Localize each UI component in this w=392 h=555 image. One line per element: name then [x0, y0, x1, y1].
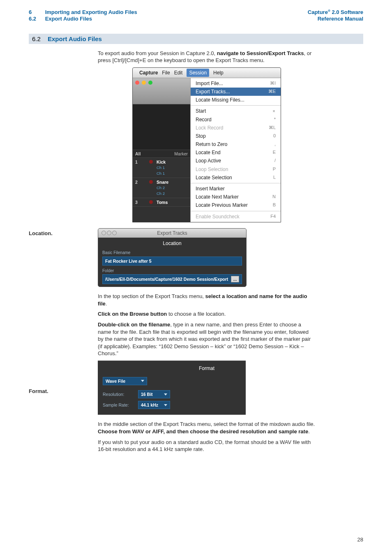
menu-export-tracks[interactable]: Export Tracks...⌘E	[191, 88, 281, 96]
menu-start[interactable]: Start⌅	[191, 107, 281, 115]
section-bar-title: Export Audio Files	[48, 35, 102, 42]
loc-p1-post: .	[106, 301, 107, 307]
figure-format-panel: Format Wave File Resolution: 16 Bit Samp…	[98, 361, 246, 415]
product-suffix: 2.0 Software	[330, 9, 363, 15]
file-menu[interactable]: File	[162, 69, 170, 76]
loc-p2-bold: Click on the Browse button	[98, 311, 167, 317]
edit-menu[interactable]: Edit	[174, 69, 183, 76]
loc-p1-pre: In the top section of the Export Tracks …	[98, 293, 205, 299]
track-name: Toms	[157, 199, 168, 205]
basic-filename-value: Fat Rocker Live after 5	[105, 258, 152, 264]
track-sidebar: All Marker 1 Kick Ch 1	[133, 78, 190, 222]
menu-locate-end[interactable]: Locate EndE	[191, 148, 281, 157]
minimize-icon[interactable]	[142, 81, 146, 85]
track-all[interactable]: All	[135, 151, 149, 157]
menu-lock-record: Lock Record⌘L	[191, 124, 281, 132]
folder-field[interactable]: /Users/Ell-D/Documents/Capture/1602 Demo…	[102, 274, 242, 284]
menu-return-zero[interactable]: Return to Zero,	[191, 140, 281, 148]
track-name: Snare	[157, 180, 168, 185]
session-dropdown: Import File...⌘I Export Tracks...⌘E Loca…	[190, 78, 281, 222]
header-right: Capture® 2.0 Software Reference Manual	[308, 9, 363, 22]
intro-pre: To export audio from your Session in Cap…	[98, 50, 217, 56]
menu-soundcheck: Enable SoundcheckF4	[191, 213, 281, 221]
window-controls[interactable]	[101, 230, 118, 237]
figure-session-menu: Capture File Edit Session Help	[132, 67, 281, 222]
section-bar: 6.2 Export Audio Files	[29, 34, 363, 44]
format-section-title: Format	[98, 364, 246, 376]
window-controls[interactable]	[133, 78, 190, 104]
product-name: Capture	[308, 9, 328, 15]
track-ch: Ch 2	[157, 191, 168, 197]
location-section-title: Location	[98, 238, 246, 250]
figure-location-panel: Export Tracks Location Basic Filename Fa…	[98, 228, 247, 287]
intro-paragraph: To export audio from your Session in Cap…	[98, 50, 316, 64]
menu-prev-marker[interactable]: Locate Previous MarkerB	[191, 201, 281, 209]
app-menu[interactable]: Capture	[139, 69, 158, 76]
location-heading: Location.	[29, 230, 95, 236]
record-icon[interactable]	[149, 200, 153, 204]
dialog-title-bar: Export Tracks	[98, 229, 246, 238]
chapter-number: 6	[29, 9, 44, 16]
location-p3: Double-click on the filename, type in a …	[98, 321, 316, 357]
browse-button[interactable]: ...	[231, 276, 239, 282]
samplerate-select[interactable]: 44.1 kHz	[138, 401, 170, 409]
page-number: 28	[357, 536, 363, 543]
resolution-label: Resolution:	[103, 391, 135, 397]
menu-insert-marker[interactable]: Insert Marker	[191, 185, 281, 193]
marker-label: Marker	[174, 151, 188, 157]
resolution-select[interactable]: 16 Bit	[138, 390, 170, 398]
track-num: 3	[135, 199, 149, 205]
chevron-down-icon	[141, 380, 144, 382]
format-p1: In the middle section of the Export Trac…	[98, 421, 316, 435]
filetype-value: Wave File	[106, 378, 125, 384]
fmt-p1-bold: Choose from WAV or AIFF, and then choose…	[98, 428, 308, 435]
help-menu[interactable]: Help	[213, 69, 224, 76]
fmt-p1-pre: In the middle section of the Export Trac…	[98, 421, 315, 427]
format-heading: Format.	[29, 388, 95, 394]
header-left: 6 Importing and Exporting Audio Files 6.…	[29, 9, 137, 22]
session-menu[interactable]: Session	[187, 69, 209, 77]
loc-p3-bold: Double-click on the filename	[98, 321, 170, 328]
folder-label: Folder	[98, 268, 246, 274]
track-row[interactable]: 1 Kick Ch 1 Ch 1	[133, 158, 190, 178]
menu-loop-active[interactable]: Loop Active/	[191, 157, 281, 165]
record-icon[interactable]	[149, 160, 153, 164]
record-icon[interactable]	[149, 180, 153, 184]
close-icon[interactable]	[135, 81, 139, 85]
dialog-title: Export Tracks	[157, 230, 187, 236]
page-header: 6 Importing and Exporting Audio Files 6.…	[29, 9, 363, 22]
folder-value: /Users/Ell-D/Documents/Capture/1602 Demo…	[105, 276, 228, 282]
menu-locate-selection[interactable]: Locate SelectionL	[191, 173, 281, 182]
mac-menu-bar: Capture File Edit Session Help	[133, 68, 281, 78]
track-ch: Ch 1	[157, 171, 166, 176]
track-name: Kick	[157, 160, 166, 164]
basic-filename-field[interactable]: Fat Rocker Live after 5	[102, 257, 242, 266]
track-row[interactable]: 3 Toms	[133, 198, 190, 207]
loc-p2-post: to choose a file location.	[167, 311, 226, 317]
location-p1: In the top section of the Export Tracks …	[98, 293, 316, 307]
filetype-select[interactable]: Wave File	[103, 377, 147, 385]
section-bar-num: 6.2	[32, 35, 48, 42]
location-p2: Click on the Browse button to choose a f…	[98, 310, 316, 318]
section-title: Export Audio Files	[45, 16, 92, 22]
track-num: 1	[135, 159, 149, 176]
menu-next-marker[interactable]: Locate Next MarkerN	[191, 193, 281, 201]
zoom-icon[interactable]	[148, 81, 152, 85]
menu-import[interactable]: Import File...⌘I	[191, 79, 281, 88]
track-row[interactable]: 2 Snare Ch 2 Ch 2	[133, 178, 190, 198]
menu-stop[interactable]: Stop0	[191, 132, 281, 140]
product-line2: Reference Manual	[308, 16, 363, 22]
chapter-title: Importing and Exporting Audio Files	[45, 9, 137, 15]
track-num: 2	[135, 179, 149, 197]
fmt-p1-post: .	[308, 428, 310, 435]
chevron-down-icon	[164, 393, 167, 395]
format-p2: If you wish to put your audio on a stand…	[98, 439, 316, 453]
menu-record[interactable]: Record*	[191, 116, 281, 124]
track-header: All Marker	[133, 150, 190, 158]
menu-locate-missing[interactable]: Locate Missing Files...	[191, 96, 281, 104]
chevron-down-icon	[164, 404, 167, 406]
section-number: 6.2	[29, 16, 44, 22]
samplerate-value: 44.1 kHz	[141, 402, 158, 408]
track-ch: Ch 2	[157, 185, 168, 191]
samplerate-label: Sample Rate:	[103, 402, 135, 408]
